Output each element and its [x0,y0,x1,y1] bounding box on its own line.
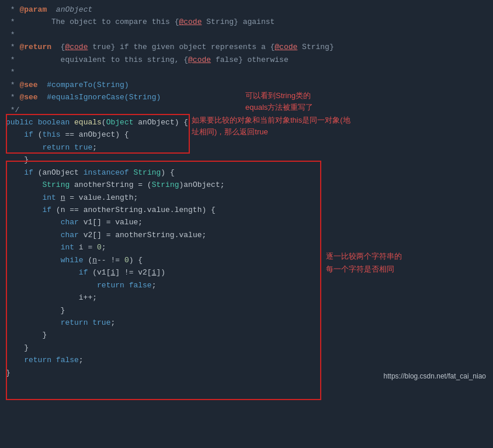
code-line-14: if (anObject instanceof String) { [6,166,487,179]
code-line-13: } [6,154,487,166]
code-line-18: char v1[] = value; [6,216,487,228]
code-line-25: } [6,304,487,317]
note-if2-1: 逐一比较两个字符串的 [326,251,402,262]
code-line-16: int n = value.length; [6,192,487,204]
code-line-5: * equivalent to this string, {@code fals… [6,54,487,66]
note-if1-2: 址相同)，那么返回true [192,127,268,137]
code-line-24: i++; [6,291,487,304]
code-line-1: * @param anObject [6,4,487,16]
footer-link: https://blog.csdn.net/fat_cai_niao [384,372,486,380]
note-see-1: 可以看到String类的 [245,91,311,101]
code-line-12: return true; [6,141,487,154]
code-line-15: String anotherString = (String)anObject; [6,179,487,191]
code-line-21: while (n-- != 0) { [6,254,487,266]
code-line-23: return false; [6,279,487,291]
code-line-28: } [6,342,487,354]
code-container: * @param anObject * The object to compar… [0,0,493,385]
code-line-20: int i = 0; [6,241,487,253]
code-line-2: * The object to compare this {@code Stri… [6,16,487,28]
code-line-19: char v2[] = anotherString.value; [6,229,487,241]
code-line-3: * [6,29,487,41]
code-line-27: } [6,329,487,341]
note-see-2: equals方法被重写了 [245,102,313,113]
code-line-4: * @return {@code true} if the given obje… [6,41,487,53]
code-line-6: * [6,66,487,78]
code-line-26: return true; [6,317,487,329]
code-line-22: if (v1[i] != v2[i]) [6,266,487,279]
code-line-29: return false; [6,354,487,366]
note-if1-1: 如果要比较的对象和当前对象this是同一对象(地 [192,115,350,126]
code-line-7: * @see #compareTo(String) [6,79,487,91]
note-if2-2: 每一个字符是否相同 [326,264,394,275]
code-line-17: if (n == anotherString.value.length) { [6,204,487,216]
